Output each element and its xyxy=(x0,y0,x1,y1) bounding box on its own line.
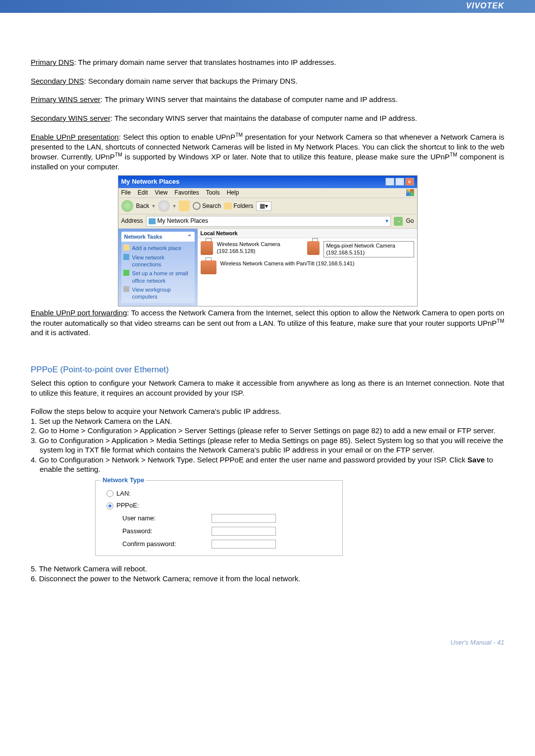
upnp-pres-label: Enable UPnP presentation xyxy=(31,133,119,141)
menu-edit[interactable]: Edit xyxy=(138,189,148,197)
folders-button[interactable]: Folders xyxy=(224,202,253,210)
upnp-fwd-label: Enable UPnP port forwarding xyxy=(31,308,127,317)
main-panel: Local Network Wireless Network Camera (1… xyxy=(198,229,417,306)
primary-dns-text: : The primary domain name server that tr… xyxy=(74,58,336,66)
forward-icon[interactable] xyxy=(158,200,170,212)
page-content: Primary DNS: The primary domain name ser… xyxy=(0,13,535,609)
pppoe-step-4: 4. Go to Configuration > Network > Netwo… xyxy=(31,455,504,474)
camera-label: Wireless Network Camera (192.168.5.128) xyxy=(217,241,299,254)
toolbar: Back ▾ ▾ Search Folders ▦▾ xyxy=(118,198,417,214)
maximize-button[interactable]: □ xyxy=(395,178,404,186)
secondary-dns-def: Secondary DNS: Secondary domain name ser… xyxy=(31,76,504,86)
windows-flag-icon xyxy=(406,189,414,196)
window-controls: _ □ × xyxy=(385,178,414,186)
menu-favorites[interactable]: Favorites xyxy=(174,189,199,197)
address-value: My Network Places xyxy=(158,217,209,225)
search-button[interactable]: Search xyxy=(193,202,221,210)
user-name-input[interactable] xyxy=(212,514,276,523)
folder-icon xyxy=(123,245,129,251)
upnp-forwarding-def: Enable UPnP port forwarding: To access t… xyxy=(31,308,504,338)
pppoe-follow: Follow the steps below to acquire your N… xyxy=(31,406,504,416)
camera-icon xyxy=(201,260,216,274)
pppoe-step-3: 3. Go to Configuration > Application > M… xyxy=(31,436,504,455)
pppoe-step-5: 5. The Network Camera will reboot. xyxy=(31,564,504,574)
primary-wins-def: Primary WINS server: The primary WINS se… xyxy=(31,95,504,104)
shield-icon xyxy=(123,270,129,276)
primary-dns-label: Primary DNS xyxy=(31,58,74,66)
pppoe-steps: Follow the steps below to acquire your N… xyxy=(31,406,504,474)
address-bar: Address My Network Places ▾ → Go xyxy=(118,214,417,229)
computers-icon xyxy=(123,286,129,292)
pppoe-label: PPPoE: xyxy=(116,502,139,510)
camera-item[interactable]: Mega-pixel Network Camera (192.168.5.151… xyxy=(307,241,414,257)
secondary-wins-label: Secondary WINS server xyxy=(31,114,110,122)
address-input[interactable]: My Network Places ▾ xyxy=(146,216,391,227)
confirm-password-label: Confirm password: xyxy=(122,540,212,549)
address-label: Address xyxy=(121,217,143,225)
footer-text: User's Manual - 41 xyxy=(450,639,504,646)
upnp-presentation-def: Enable UPnP presentation: Select this op… xyxy=(31,132,504,171)
side-view-workgroup[interactable]: View workgroup computers xyxy=(122,285,194,302)
secondary-wins-text: : The secondary WINS server that maintai… xyxy=(110,114,417,122)
primary-wins-text: : The primary WINS server that maintains… xyxy=(101,95,398,103)
camera-label-callout: Mega-pixel Network Camera (192.168.5.151… xyxy=(323,241,414,257)
pppoe-step-1: 1. Set up the Network Camera on the LAN. xyxy=(31,416,504,426)
search-icon xyxy=(193,202,201,210)
radio-selected-icon[interactable] xyxy=(107,503,113,509)
menu-help[interactable]: Help xyxy=(227,189,239,197)
primary-dns-def: Primary DNS: The primary domain name ser… xyxy=(31,57,504,67)
secondary-wins-def: Secondary WINS server: The secondary WIN… xyxy=(31,113,504,123)
local-network-header: Local Network xyxy=(198,229,417,238)
lan-label: LAN: xyxy=(116,490,131,498)
tasks-sidepanel: Network Tasks ⌃ Add a network place View… xyxy=(118,229,198,306)
network-type-panel: Network Type LAN: PPPoE: User name: Pass… xyxy=(95,480,343,556)
pppoe-steps-cont: 5. The Network Camera will reboot. 6. Di… xyxy=(31,564,504,583)
pppoe-intro: Select this option to configure your Net… xyxy=(31,378,504,398)
page-brand-band: VIVOTEK xyxy=(0,0,535,13)
folders-icon xyxy=(224,202,232,209)
collapse-icon: ⌃ xyxy=(187,233,192,240)
secondary-dns-text: : Secondary domain name server that back… xyxy=(84,77,298,85)
lan-radio-row[interactable]: LAN: xyxy=(104,488,334,500)
password-label: Password: xyxy=(122,527,212,536)
minimize-button[interactable]: _ xyxy=(385,178,394,186)
secondary-dns-label: Secondary DNS xyxy=(31,77,84,85)
my-network-places-window: My Network Places _ □ × File Edit View F… xyxy=(118,175,418,306)
close-button[interactable]: × xyxy=(405,178,414,186)
menu-view[interactable]: View xyxy=(155,189,168,197)
back-label: Back xyxy=(136,202,150,210)
page-footer: User's Manual - 41 xyxy=(0,609,535,656)
chevron-down-icon[interactable]: ▾ xyxy=(385,217,388,225)
camera-item[interactable]: Wireless Network Camera (192.168.5.128) xyxy=(201,241,299,257)
camera-item[interactable]: Wireless Network Camera with Pan/Tilt (1… xyxy=(201,260,355,274)
camera-icon xyxy=(307,241,320,255)
brand-text: VIVOTEK xyxy=(466,1,504,10)
radio-unselected-icon[interactable] xyxy=(107,490,113,497)
side-add-network-place[interactable]: Add a network place xyxy=(122,244,194,252)
up-icon[interactable] xyxy=(179,201,190,211)
side-setup-network[interactable]: Set up a home or small office network xyxy=(122,269,194,285)
network-tasks-header[interactable]: Network Tasks ⌃ xyxy=(121,232,195,242)
back-icon[interactable] xyxy=(121,200,133,212)
primary-wins-label: Primary WINS server xyxy=(31,95,101,103)
camera-icon xyxy=(201,241,213,255)
network-places-icon xyxy=(149,218,156,224)
menu-tools[interactable]: Tools xyxy=(206,189,220,197)
pppoe-section-title: PPPoE (Point-to-point over Ethernet) xyxy=(31,364,504,375)
window-titlebar: My Network Places _ □ × xyxy=(118,176,417,188)
menu-file[interactable]: File xyxy=(121,189,131,197)
views-icon[interactable]: ▦▾ xyxy=(256,202,271,211)
user-name-label: User name: xyxy=(122,514,212,523)
pppoe-radio-row[interactable]: PPPoE: xyxy=(104,500,334,512)
menu-bar: File Edit View Favorites Tools Help xyxy=(118,188,417,199)
camera-label: Wireless Network Camera with Pan/Tilt (1… xyxy=(220,260,355,267)
pppoe-step-2: 2. Go to Home > Configuration > Applicat… xyxy=(31,426,504,436)
go-button[interactable]: → xyxy=(394,217,403,226)
window-title-text: My Network Places xyxy=(121,178,180,186)
confirm-password-input[interactable] xyxy=(212,540,276,549)
network-type-legend: Network Type xyxy=(101,476,146,485)
password-input[interactable] xyxy=(212,527,276,536)
connections-icon xyxy=(123,254,129,260)
side-view-connections[interactable]: View network connections xyxy=(122,253,194,269)
pppoe-step-6: 6. Disconnect the power to the Network C… xyxy=(31,574,504,584)
